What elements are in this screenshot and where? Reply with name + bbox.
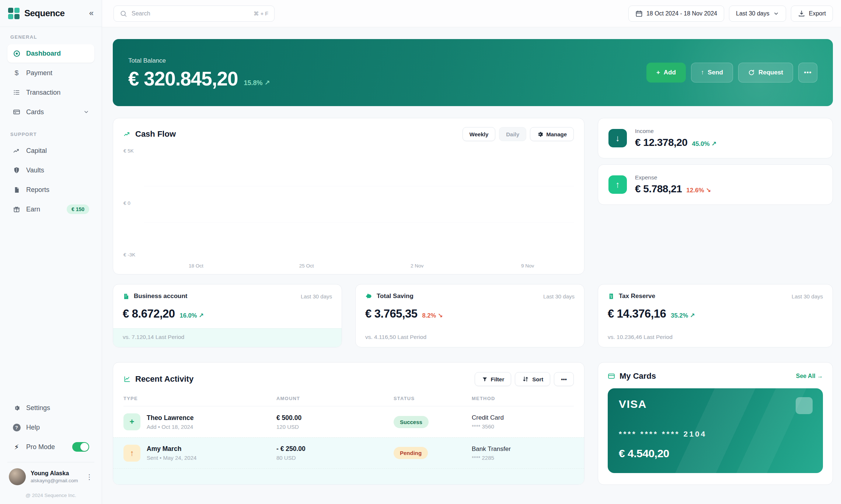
sidebar-item-payment[interactable]: $Payment	[7, 64, 94, 82]
trend-chart-icon	[123, 130, 131, 138]
sidebar-item-vaults[interactable]: Vaults	[7, 161, 94, 179]
my-cards-title: My Cards	[608, 371, 656, 381]
gear-icon	[537, 131, 543, 137]
sidebar-footer-nav: Settings?Help⚡Pro Mode	[7, 399, 94, 456]
svg-text:$: $	[611, 296, 612, 298]
bar-7[interactable]	[297, 258, 312, 259]
chevron-down-icon	[773, 11, 779, 17]
capital-icon	[13, 147, 21, 155]
expense-change: 12.6% ↘	[686, 186, 711, 194]
expense-card: ↑ Expense € 5.788,21 12.6% ↘	[598, 164, 833, 205]
sidebar-item-capital[interactable]: Capital	[7, 141, 94, 160]
bar-18[interactable]	[537, 258, 552, 259]
total-balance-change: 15.8% ↗	[244, 79, 270, 88]
visa-card[interactable]: VISA **** **** **** 2104 € 4.540,20	[608, 388, 823, 473]
bar-2[interactable]	[188, 258, 203, 259]
total-balance-label: Total Balance	[128, 57, 270, 64]
calendar-icon	[635, 10, 643, 17]
sidebar-item-dashboard[interactable]: Dashboard	[7, 44, 94, 63]
gridline-overlay	[144, 186, 574, 187]
search-input[interactable]	[132, 10, 249, 17]
stat-period: Last 30 days	[301, 293, 332, 300]
sort-button[interactable]: Sort	[515, 372, 550, 386]
sidebar-item-label: Transaction	[26, 89, 60, 97]
bar-15[interactable]	[471, 258, 486, 259]
recent-activity-title: Recent Activity	[123, 374, 193, 384]
send-button[interactable]: ↑Send	[691, 63, 733, 83]
cards-icon	[13, 108, 21, 116]
table-row[interactable]: ↑Amy MarchSent • May 24, 2024- € 250.008…	[113, 437, 584, 468]
sidebar-item-pro-mode[interactable]: ⚡Pro Mode	[7, 438, 94, 456]
bar-16[interactable]	[493, 258, 509, 259]
refresh-icon	[748, 69, 755, 76]
income-amount: € 12.378,20	[635, 137, 687, 148]
bar-17[interactable]	[515, 258, 530, 259]
bar-9[interactable]	[340, 258, 356, 259]
bar-19[interactable]	[558, 258, 574, 259]
date-range-button[interactable]: 18 Oct 2024 - 18 Nov 2024	[628, 6, 724, 22]
credit-card-icon	[608, 372, 615, 380]
bar-4[interactable]	[231, 258, 247, 259]
amount-sub: 120 USD	[276, 424, 394, 430]
more-actions-button[interactable]: •••	[798, 63, 817, 83]
sidebar-item-earn[interactable]: Earn€ 150	[7, 200, 94, 218]
weekly-toggle[interactable]: Weekly	[463, 127, 495, 141]
bar-8[interactable]	[318, 258, 334, 259]
bar-12[interactable]	[406, 258, 421, 259]
collapse-sidebar-icon[interactable]: «	[89, 8, 94, 18]
sort-icon	[522, 375, 529, 383]
cash-flow-card: Cash Flow Weekly Daily Manage € 5K€	[113, 118, 584, 274]
reports-icon	[13, 186, 21, 194]
manage-button[interactable]: Manage	[530, 127, 574, 141]
add-button[interactable]: +Add	[646, 63, 686, 83]
filter-button[interactable]: Filter	[475, 372, 512, 386]
bar-14[interactable]	[449, 258, 465, 259]
sequence-logo-icon	[8, 8, 20, 19]
activity-more-button[interactable]: •••	[554, 372, 574, 386]
sidebar-item-label: Settings	[26, 404, 50, 412]
sidebar-item-reports[interactable]: Reports	[7, 181, 94, 199]
download-icon	[798, 10, 805, 17]
income-change: 45.0% ↗	[692, 140, 716, 148]
stat-change: 16.0% ↗	[180, 312, 204, 319]
see-all-link[interactable]: See All →	[796, 373, 823, 379]
card-network: VISA	[619, 398, 812, 410]
bar-13[interactable]	[428, 258, 443, 259]
avatar	[9, 468, 26, 485]
my-cards-panel: My Cards See All → VISA **** **** **** 2…	[598, 362, 833, 485]
table-row[interactable]: +Theo LawrenceAdd • Oct 18, 2024€ 500.00…	[113, 406, 584, 437]
sidebar-item-cards[interactable]: Cards	[7, 103, 94, 121]
stat-comparison: vs. 4.116,50 Last Period	[356, 329, 584, 347]
income-label: Income	[635, 128, 717, 134]
search-box[interactable]: ⌘ + F	[114, 6, 275, 22]
sidebar-item-transaction[interactable]: Transaction	[7, 83, 94, 102]
cash-flow-title: Cash Flow	[123, 129, 176, 139]
bar-0[interactable]	[144, 258, 160, 259]
tax-icon: $	[608, 293, 615, 300]
bar-3[interactable]	[209, 258, 225, 259]
help-icon: ?	[13, 423, 21, 431]
bar-11[interactable]	[384, 258, 399, 259]
bar-5[interactable]	[253, 258, 269, 259]
sidebar-item-help[interactable]: ?Help	[7, 418, 94, 437]
transaction-icon	[13, 88, 21, 97]
sidebar-item-settings[interactable]: Settings	[7, 399, 94, 417]
period-select[interactable]: Last 30 days	[729, 6, 786, 22]
pro-mode-toggle[interactable]	[72, 442, 89, 452]
request-button[interactable]: Request	[738, 63, 793, 83]
export-button[interactable]: Export	[791, 6, 833, 22]
topbar-actions: 18 Oct 2024 - 18 Nov 2024 Last 30 days E…	[628, 6, 833, 22]
user-profile[interactable]: Young Alaska alskayng@gmail.com ⋮	[7, 462, 94, 485]
bar-10[interactable]	[362, 258, 378, 259]
sidebar-item-label: Capital	[26, 147, 47, 155]
hero-actions: +Add ↑Send Request •••	[646, 63, 817, 83]
user-menu-kebab-icon[interactable]: ⋮	[86, 473, 93, 481]
y-axis-label: € 5K	[123, 148, 140, 154]
chevron-down-icon	[83, 109, 89, 115]
bar-6[interactable]	[275, 258, 290, 259]
stat-comparison: vs. 10.236,46 Last Period	[598, 329, 833, 347]
stat-card-total-saving: Total SavingLast 30 days€ 3.765,358.2% ↘…	[355, 284, 584, 347]
daily-toggle[interactable]: Daily	[499, 127, 526, 141]
date-range-label: 18 Oct 2024 - 18 Nov 2024	[646, 10, 717, 17]
bar-1[interactable]	[166, 258, 181, 259]
